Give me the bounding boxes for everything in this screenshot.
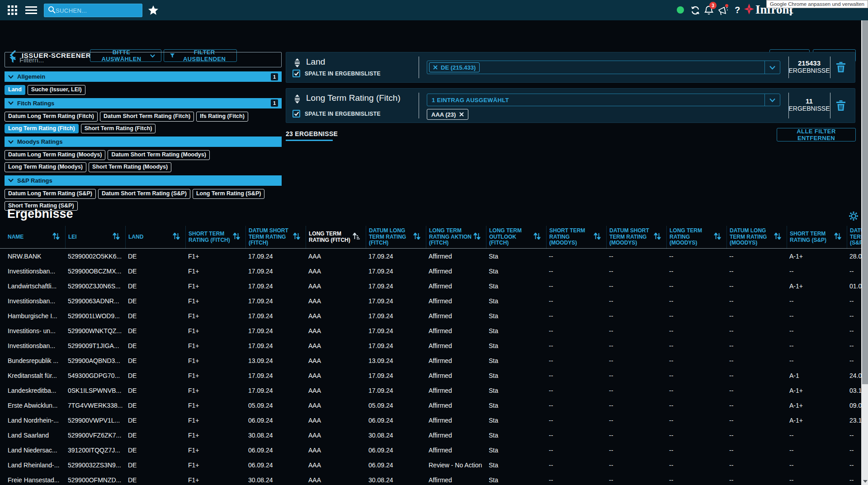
filter-tag[interactable]: Ifs Rating (Fitch) (196, 112, 248, 122)
filter-tag[interactable]: Short Term Rating (Moodys) (89, 162, 171, 172)
table-row[interactable]: Landeskreditba...0SK1ILSPWNVB...DEF1+17.… (0, 383, 861, 398)
dropdown-chevron[interactable] (764, 94, 780, 106)
app-grid-icon[interactable] (7, 5, 18, 16)
filter-tag[interactable]: Short Term Rating (Fitch) (81, 124, 156, 134)
filter-tag[interactable]: Land (5, 85, 25, 95)
table-row[interactable]: Land Rheinland-...52990032ZS3N9...DEF1+0… (0, 457, 861, 472)
filter-tag[interactable]: Datum Long Term Rating (S&P) (5, 189, 96, 199)
column-header-1[interactable]: LEI (65, 226, 125, 248)
sort-icon[interactable] (173, 233, 180, 241)
table-row[interactable]: Kreditanstalt für...549300GDPG70...DEF1+… (0, 368, 861, 383)
column-header-2[interactable]: LAND (125, 226, 185, 248)
sort-icon[interactable] (654, 233, 661, 241)
table-row[interactable]: Investitionsban...52990063ADNR...DEF1+17… (0, 293, 861, 308)
column-header-10[interactable]: DATUM SHORT TERM RATING (MOODYS) (606, 226, 666, 248)
filter-tag[interactable]: Long Term Rating (S&P) (193, 189, 265, 199)
table-row[interactable]: Land Niedersac...391200ITQQZ7J...DEF1+06… (0, 443, 861, 457)
table-cell: 7TG4VWERK338... (65, 402, 125, 409)
sort-icon[interactable] (52, 233, 60, 241)
filter-section-header-2[interactable]: Moodys Ratings (5, 137, 282, 147)
remove-filter-trash-icon[interactable] (836, 100, 846, 113)
table-settings-gear-icon[interactable] (849, 212, 858, 222)
column-header-11[interactable]: LONG TERM RATING (MOODYS) (666, 226, 726, 248)
rating-filter-dropdown[interactable]: 1 EINTRAG AUSGEWÄHLT (427, 94, 780, 106)
sort-icon[interactable] (113, 233, 120, 241)
clear-all-filters-button[interactable]: ALLE FILTER ENTFERNEN (777, 128, 856, 141)
table-cell: Investitionsban... (5, 342, 65, 349)
dropdown-chevron[interactable] (764, 61, 780, 74)
table-row[interactable]: NRW.BANK52990002O5KK6...DEF1+17.09.24AAA… (0, 249, 861, 264)
table-cell: Affirmed (426, 447, 486, 454)
sort-icon[interactable] (293, 233, 300, 241)
help-icon[interactable]: ? (732, 4, 742, 16)
scrollbar-down-arrow[interactable] (863, 480, 868, 483)
filter-section-header-0[interactable]: Allgemein1 (5, 71, 282, 82)
table-cell: -- (726, 253, 787, 260)
drag-handle-icon[interactable] (293, 94, 301, 105)
column-header-label: SHORT TERM RATING (S&P) (790, 231, 833, 244)
filter-tag[interactable]: Datum Short Term Rating (Moodys) (108, 150, 210, 160)
table-row[interactable]: Land Nordrhein-...529900VWPV1L...DEF1+06… (0, 413, 861, 428)
notifications-bell-icon[interactable]: 3 (703, 5, 714, 16)
column-header-14[interactable]: DATUM SHORT TERM RATING (S&P) (847, 226, 861, 248)
announcements-megaphone-icon[interactable] (717, 5, 729, 16)
column-header-9[interactable]: SHORT TERM RATING (MOODYS) (546, 226, 606, 248)
table-row[interactable]: Bundesrepublik ...529900AQBND3...DEF1+13… (0, 353, 861, 368)
column-header-3[interactable]: SHORT TERM RATING (FITCH) (185, 226, 245, 248)
menu-hamburger-icon[interactable] (25, 6, 38, 15)
selected-value-chip[interactable]: DE (215.433) (429, 62, 480, 72)
sort-ascending-icon[interactable] (353, 233, 360, 241)
favorites-star-icon[interactable] (147, 5, 159, 16)
refresh-icon[interactable] (690, 5, 701, 16)
table-row[interactable]: Freie Hansestad...529900OFMNZD...DEF1+30… (0, 472, 861, 485)
sort-icon[interactable] (834, 233, 841, 241)
filter-tag[interactable]: Suche (Issuer, LEI) (28, 85, 85, 95)
remove-filter-trash-icon[interactable] (836, 61, 846, 75)
column-header-5[interactable]: LONG TERM RATING (FITCH) (306, 226, 366, 248)
table-row[interactable]: Investitionsban...5299009T1JIGA...DEF1+1… (0, 338, 861, 353)
sort-icon[interactable] (714, 233, 721, 241)
sort-icon[interactable] (413, 233, 420, 241)
column-checkbox[interactable] (292, 70, 300, 77)
table-cell: DE (125, 372, 185, 379)
column-header-12[interactable]: DATUM LONG TERM RATING (MOODYS) (726, 226, 787, 248)
filter-tag[interactable]: Datum Long Term Rating (Moodys) (5, 150, 105, 160)
selected-value-chip[interactable]: AAA (23) (427, 109, 468, 120)
column-header-7[interactable]: LONG TERM RATING AKTION (FITCH) (426, 226, 486, 248)
table-row[interactable]: Hamburgische I...5299001LWOD9...DEF1+17.… (0, 308, 861, 323)
scrollbar-thumb[interactable] (862, 20, 868, 384)
sort-icon[interactable] (774, 233, 781, 241)
column-header-8[interactable]: LONG TERM OUTLOOK (FITCH) (486, 226, 546, 248)
chevron-down-icon (8, 75, 14, 79)
column-header-0[interactable]: NAME (5, 226, 65, 248)
sort-icon[interactable] (233, 233, 240, 241)
filter-tag[interactable]: Datum Short Term Rating (S&P) (98, 189, 190, 199)
column-checkbox[interactable] (292, 110, 300, 118)
sort-icon[interactable] (594, 233, 601, 241)
column-header-6[interactable]: DATUM LONG TERM RATING (FITCH) (366, 226, 426, 248)
filter-tag[interactable]: Long Term Rating (Moodys) (5, 162, 86, 172)
search-input[interactable] (56, 7, 132, 14)
table-cell: 529900WNKTQZ... (65, 327, 125, 334)
drag-handle-icon[interactable] (293, 58, 301, 69)
column-checkbox-row: SPALTE IN ERGEBNISLISTE (292, 70, 381, 77)
land-filter-dropdown[interactable]: DE (215.433) (427, 61, 780, 74)
table-row[interactable]: Investitionsban...529900OBCZMX...DEF1+17… (0, 264, 861, 278)
filter-section-header-1[interactable]: Fitch Ratings1 (5, 98, 282, 108)
filter-tag[interactable]: Datum Short Term Rating (Fitch) (100, 112, 194, 122)
column-header-13[interactable]: SHORT TERM RATING (S&P) (787, 226, 847, 248)
vertical-scrollbar[interactable] (861, 20, 868, 485)
table-cell: DE (125, 476, 185, 484)
table-row[interactable]: Investitions- un...529900WNKTQZ...DEF1+1… (0, 323, 861, 338)
table-row[interactable]: Land Saarland529900VFZ6ZK7...DEF1+30.08.… (0, 428, 861, 443)
filter-tag[interactable]: Datum Long Term Rating (Fitch) (5, 112, 98, 122)
sort-icon[interactable] (473, 233, 481, 241)
column-header-4[interactable]: DATUM SHORT TERM RATING (FITCH) (245, 226, 306, 248)
filter-section-header-3[interactable]: S&P Ratings (5, 175, 282, 186)
table-cell: Affirmed (426, 327, 486, 334)
filter-tag[interactable]: Long Term Rating (Fitch) (5, 124, 79, 134)
table-row[interactable]: Erste Abwicklun...7TG4VWERK338...DEF1+05… (0, 398, 861, 413)
filter-search-input[interactable] (19, 56, 273, 64)
sort-icon[interactable] (533, 233, 541, 241)
table-row[interactable]: Landwirtschaftli...529900Z3J0N6S...DEF1+… (0, 278, 861, 293)
